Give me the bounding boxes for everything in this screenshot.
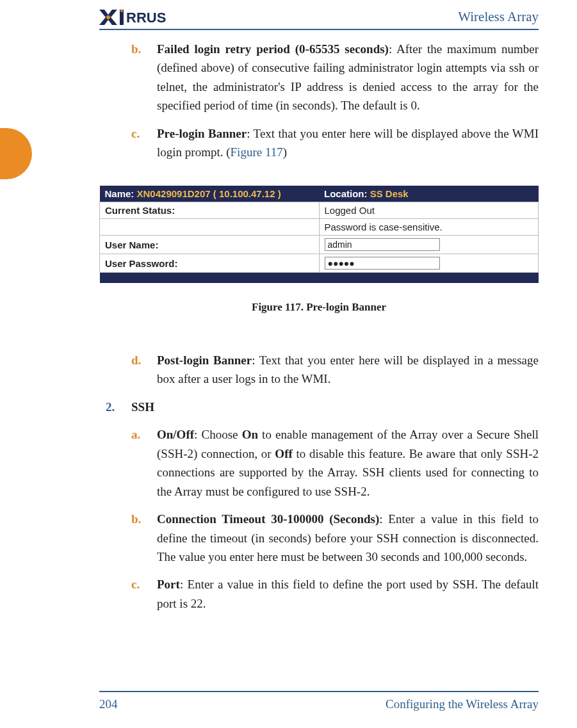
shot-user-label: User Name: bbox=[100, 236, 320, 254]
bold-off: Off bbox=[275, 447, 292, 460]
header-rule bbox=[99, 29, 539, 30]
shot-status-label: Current Status: bbox=[100, 202, 320, 219]
item-content: Pre-login Banner: Text that you enter he… bbox=[157, 124, 539, 162]
item-marker: b. bbox=[131, 510, 157, 566]
shot-pass-cell: ●●●●● bbox=[319, 254, 539, 273]
item-marker: c. bbox=[131, 124, 157, 162]
list-item-d: d. Post-login Banner: Text that you ente… bbox=[131, 351, 539, 389]
body-lower: d. Post-login Banner: Text that you ente… bbox=[131, 351, 539, 622]
figure-117: Name: XN0429091D207 ( 10.100.47.12 ) Loc… bbox=[99, 186, 539, 314]
item-lead: Pre-login Banner bbox=[157, 127, 247, 140]
item-marker: a. bbox=[131, 425, 157, 501]
footer-chapter: Configuring the Wireless Array bbox=[386, 697, 539, 711]
item-content: Failed login retry period (0-65535 secon… bbox=[157, 40, 539, 115]
item-after-link: ) bbox=[283, 145, 287, 159]
login-screenshot: Name: XN0429091D207 ( 10.100.47.12 ) Loc… bbox=[99, 186, 539, 283]
item-content: Post-login Banner: Text that you enter h… bbox=[157, 351, 539, 389]
footer-rule bbox=[99, 691, 539, 692]
shot-hint-value: Password is case-sensitive. bbox=[319, 219, 539, 236]
item-marker: c. bbox=[131, 575, 157, 613]
item-marker: b. bbox=[131, 40, 157, 115]
list-item-c: c. Pre-login Banner: Text that you enter… bbox=[131, 124, 539, 162]
shot-location-value: SS Desk bbox=[370, 188, 409, 199]
footer-page-number: 204 bbox=[99, 697, 118, 711]
shot-location-label: Location: bbox=[324, 188, 368, 199]
item-text: : Choose bbox=[194, 428, 242, 441]
bold-on: On bbox=[242, 428, 258, 441]
brand-logo: RRUS bbox=[99, 8, 195, 27]
item-lead: Failed login retry period (0-65535 secon… bbox=[157, 42, 389, 56]
shot-user-cell: admin bbox=[319, 236, 539, 254]
page-thumb-tab bbox=[0, 128, 32, 179]
body-upper: b. Failed login retry period (0-65535 se… bbox=[131, 40, 539, 171]
section-2-header: 2. SSH bbox=[106, 398, 539, 416]
item-lead: Post-login Banner bbox=[157, 353, 252, 367]
item-marker: d. bbox=[131, 351, 157, 389]
shot-location-cell: Location: SS Desk bbox=[319, 186, 539, 202]
item-lead: On/Off bbox=[157, 428, 194, 441]
shot-hint-label bbox=[100, 219, 320, 236]
figure-link[interactable]: Figure 117 bbox=[231, 145, 283, 159]
item-lead: Port bbox=[157, 578, 180, 591]
header-product: Wireless Array bbox=[458, 9, 539, 25]
item-content: Connection Timeout 30-100000 (Seconds): … bbox=[157, 510, 539, 566]
svg-text:RRUS: RRUS bbox=[126, 10, 166, 26]
item-content: Port: Enter a value in this field to def… bbox=[157, 575, 539, 613]
list-item-b: b. Failed login retry period (0-65535 se… bbox=[131, 40, 539, 115]
svg-point-3 bbox=[106, 15, 110, 19]
user-name-input[interactable]: admin bbox=[325, 238, 440, 251]
item-rest: : Enter a value in this field to define … bbox=[157, 578, 539, 610]
item-lead: Connection Timeout 30-100000 (Seconds) bbox=[157, 512, 379, 526]
shot-name-value: XN0429091D207 ( 10.100.47.12 ) bbox=[137, 188, 281, 199]
svg-point-4 bbox=[120, 10, 123, 12]
shot-name-label: Name: bbox=[105, 188, 134, 199]
shot-name-cell: Name: XN0429091D207 ( 10.100.47.12 ) bbox=[100, 186, 320, 202]
item-content: On/Off: Choose On to enable management o… bbox=[157, 425, 539, 501]
list-item-2b: b. Connection Timeout 30-100000 (Seconds… bbox=[131, 510, 539, 566]
user-password-input[interactable]: ●●●●● bbox=[325, 257, 440, 270]
figure-caption: Figure 117. Pre-login Banner bbox=[99, 301, 539, 314]
section-number: 2. bbox=[106, 398, 131, 416]
shot-pass-label: User Password: bbox=[100, 254, 320, 273]
list-item-2c: c. Port: Enter a value in this field to … bbox=[131, 575, 539, 613]
list-item-2a: a. On/Off: Choose On to enable managemen… bbox=[131, 425, 539, 501]
shot-status-value: Logged Out bbox=[319, 202, 539, 219]
section-title: SSH bbox=[131, 398, 539, 416]
shot-bottom-bar bbox=[100, 273, 539, 284]
